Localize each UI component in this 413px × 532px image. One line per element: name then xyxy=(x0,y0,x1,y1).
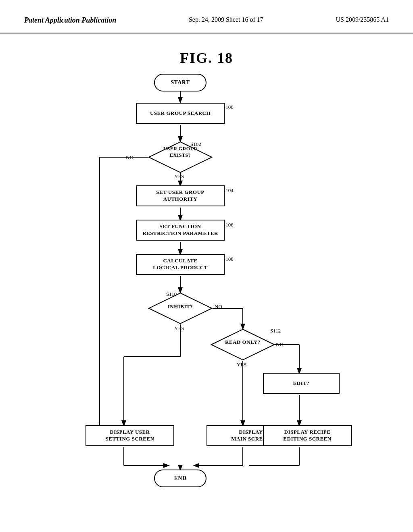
no-label-3: NO xyxy=(276,341,284,348)
header: Patent Application Publication Sep. 24, … xyxy=(0,0,413,33)
user-group-search-process: USER GROUP SEARCH xyxy=(136,103,225,124)
start-terminal: START xyxy=(154,74,206,91)
display-user-process: DISPLAY USER SETTING SCREEN xyxy=(86,425,174,446)
header-date-sheet: Sep. 24, 2009 Sheet 16 of 17 xyxy=(189,16,263,23)
end-node: END xyxy=(154,470,206,487)
page: Patent Application Publication Sep. 24, … xyxy=(0,0,413,532)
display-recipe-node: DISPLAY RECIPE EDITING SCREEN xyxy=(263,425,352,446)
user-group-exists-node: USER GROUP EXISTS? xyxy=(148,141,213,173)
no-label-2: NO xyxy=(215,303,222,310)
edit-process: EDIT? xyxy=(263,373,340,394)
inhibit-node: INHIBIT? xyxy=(148,292,213,324)
display-user-node: DISPLAY USER SETTING SCREEN xyxy=(86,425,174,446)
no-label-1: NO xyxy=(126,154,133,161)
set-function-process: SET FUNCTION RESTRICTION PARAMETER xyxy=(136,220,225,241)
set-function-node: SET FUNCTION RESTRICTION PARAMETER xyxy=(136,220,225,241)
read-only-node: READ ONLY? xyxy=(211,328,275,361)
edit-node: EDIT? xyxy=(263,373,340,394)
header-publication: Patent Application Publication xyxy=(24,16,116,25)
calculate-node: CALCULATE LOGICAL PRODUCT xyxy=(136,254,225,275)
start-node: START xyxy=(154,74,206,91)
yes-label-2: YES xyxy=(174,325,184,332)
header-patent-number: US 2009/235865 A1 xyxy=(336,16,389,23)
yes-label-3: YES xyxy=(237,362,247,368)
set-user-group-process: SET USER GROUP AUTHORITY xyxy=(136,185,225,206)
flowchart: START S100 USER GROUP SEARCH S102 USER G… xyxy=(65,66,348,502)
set-user-group-node: SET USER GROUP AUTHORITY xyxy=(136,185,225,206)
display-recipe-process: DISPLAY RECIPE EDITING SCREEN xyxy=(263,425,352,446)
inhibit-label: INHIBIT? xyxy=(160,303,200,310)
read-only-label: READ ONLY? xyxy=(223,339,263,345)
user-group-search-node: USER GROUP SEARCH xyxy=(136,103,225,124)
user-group-exists-label: USER GROUP EXISTS? xyxy=(160,146,200,158)
figure-title: FIG. 18 xyxy=(0,50,413,66)
end-terminal: END xyxy=(154,470,206,487)
calculate-process: CALCULATE LOGICAL PRODUCT xyxy=(136,254,225,275)
yes-label-1: YES xyxy=(174,173,184,180)
